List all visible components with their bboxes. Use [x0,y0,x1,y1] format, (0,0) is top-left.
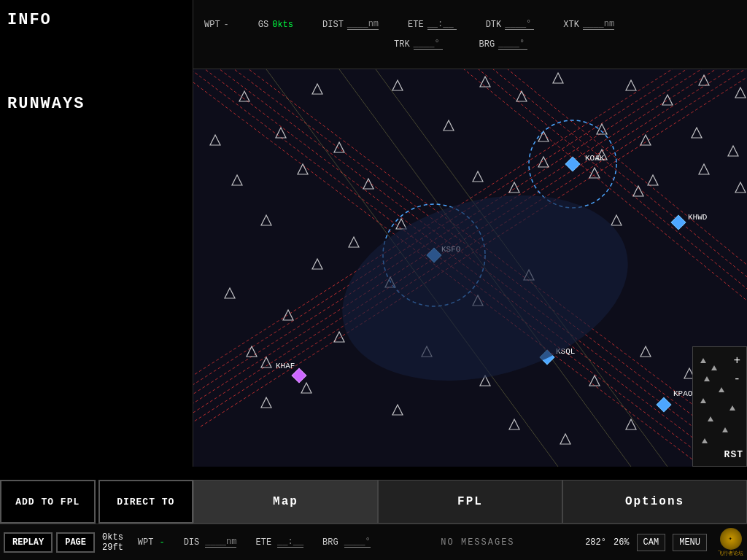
xtk-value: ____nm [583,19,614,30]
airspeed-value: 0kts [102,532,123,542]
svg-marker-50 [385,277,395,287]
svg-marker-72 [626,419,636,429]
svg-rect-82 [671,215,686,230]
status-dis-value: ____nm [205,537,236,548]
brg-value: ____° [498,39,527,50]
cam-button[interactable]: CAM [637,534,666,551]
svg-line-7 [193,69,747,467]
mini-waypoint [711,365,717,370]
svg-marker-33 [444,120,454,131]
svg-line-16 [419,69,747,361]
svg-line-9 [193,69,747,467]
logo-icon: ✈ [720,528,742,550]
svg-marker-59 [225,288,235,298]
svg-line-8 [193,69,747,467]
svg-marker-40 [298,164,308,174]
dtk-value: ____° [505,19,534,30]
mini-waypoint [702,438,708,443]
page-button[interactable]: PAGE [56,532,95,553]
svg-line-11 [193,69,747,467]
svg-marker-23 [480,77,490,87]
direct-to-button[interactable]: DIRECT TO [98,480,194,524]
track-value: 282° [585,537,606,548]
runways-label: RUNWAYS [0,36,193,120]
svg-rect-81 [565,157,580,171]
svg-marker-60 [283,310,293,320]
xtk-label: XTK [563,20,579,30]
svg-marker-61 [247,346,257,357]
svg-line-12 [201,69,747,467]
svg-marker-30 [210,135,220,145]
status-wpt-row: WPT - DIS ____nm ETE __:__ BRG ____° [138,537,371,548]
svg-line-15 [434,69,747,361]
svg-line-6 [193,69,740,427]
svg-marker-52 [524,270,534,280]
status-bar: REPLAY PAGE 0kts 29ft WPT - DIS ____nm E… [0,524,747,560]
wpt-label: WPT [204,20,220,30]
sidebar: INFO RUNWAYS [0,0,193,467]
percent-value: 26% [614,537,630,548]
svg-marker-57 [261,215,271,225]
tab-map-button[interactable]: Map [193,480,378,524]
svg-marker-46 [699,164,709,174]
svg-marker-47 [735,182,746,192]
top-bar: WPT - GS 0kts DIST ____nm ETE __:__ DTK … [193,0,747,69]
tab-options-button[interactable]: Options [562,480,747,524]
svg-rect-83 [540,350,554,365]
svg-marker-36 [640,135,651,145]
svg-text:KSQL: KSQL [556,347,575,356]
svg-marker-51 [473,295,483,306]
mini-waypoint [704,376,710,381]
add-to-fpl-button[interactable]: ADD TO FPL [0,480,96,524]
svg-line-5 [201,69,747,427]
svg-marker-63 [422,346,432,357]
svg-line-0 [193,69,747,427]
info-label: INFO [0,0,193,36]
svg-rect-80 [427,248,441,262]
status-dis-label: DIS [184,537,200,548]
mini-waypoint [719,387,724,392]
mini-waypoint [700,358,706,363]
logo-area: ✈ 飞行者论坛 [718,528,743,557]
trk-label: TRK [394,39,410,50]
zoom-out-button[interactable]: - [733,373,740,386]
svg-line-14 [463,69,747,361]
bottom-buttons: ADD TO FPL DIRECT TO [0,480,193,524]
mini-waypoint [722,427,728,432]
svg-marker-29 [735,88,746,98]
gs-label: GS [258,20,268,30]
mini-map: + - RST [692,346,747,467]
status-brg-value: ____° [344,537,371,548]
svg-point-92 [322,166,649,410]
zoom-in-button[interactable]: + [733,354,740,368]
svg-marker-71 [560,434,570,444]
svg-marker-44 [589,168,600,178]
svg-marker-48 [396,219,406,229]
svg-marker-65 [589,376,600,386]
svg-marker-74 [301,383,311,393]
svg-marker-41 [363,179,374,189]
replay-button[interactable]: REPLAY [4,532,53,553]
svg-marker-62 [334,332,344,342]
svg-marker-55 [633,186,643,196]
status-ete-label: ETE [255,537,271,548]
rst-button[interactable]: RST [724,449,743,460]
tab-fpl-button[interactable]: FPL [378,480,562,524]
mini-waypoint [729,405,735,411]
ete-label: ETE [408,20,424,30]
svg-marker-53 [538,157,549,167]
status-wpt-value: - [159,537,164,548]
map-area[interactable]: KOAK KSFO KHWD KSQL KPAO KHAF + - RST [193,69,747,467]
svg-marker-21 [312,84,322,94]
svg-text:KHAF: KHAF [276,362,295,370]
svg-line-18 [376,69,667,467]
svg-marker-22 [392,80,403,90]
svg-marker-24 [516,91,527,101]
menu-button[interactable]: MENU [673,534,707,551]
svg-line-3 [193,69,747,427]
svg-text:KPAO: KPAO [673,389,693,398]
speed-display: 0kts 29ft [102,532,123,553]
svg-marker-25 [553,73,563,83]
svg-marker-31 [276,128,286,138]
svg-text:KSFO: KSFO [441,245,461,254]
